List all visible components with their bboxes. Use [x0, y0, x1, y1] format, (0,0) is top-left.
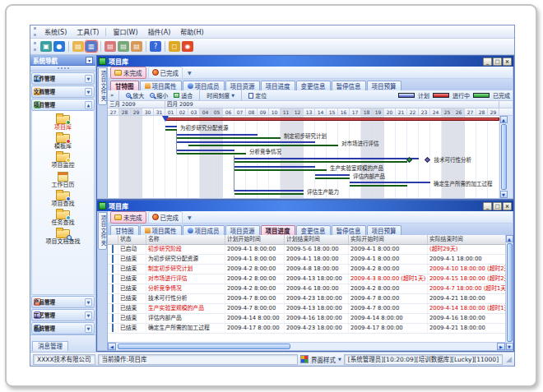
gantt-vertical-scrollbar[interactable]: ▲▼ [499, 116, 507, 198]
gantt-bar-actual[interactable] [188, 145, 338, 146]
gantt-bar-actual[interactable] [234, 161, 407, 163]
minimize-button[interactable]: _ [483, 202, 492, 210]
menu-item-5[interactable]: 帮助(H) [175, 26, 208, 37]
gantt-bar-actual[interactable] [165, 129, 177, 131]
chevron-down-icon[interactable]: ▼ [85, 88, 92, 96]
window-titlebar-table[interactable]: 项目库_□× [97, 201, 513, 211]
sidebar-collapse-strip[interactable] [30, 66, 95, 71]
table-row[interactable]: 已结束技术可行性分析2009-4-7 8:00:002009-4-23 18:0… [108, 294, 505, 304]
help-icon[interactable]: ? [150, 41, 161, 52]
menu-item-3[interactable]: 窗口(W) [108, 26, 142, 37]
tab-项目预算[interactable]: 项目预算 [367, 225, 401, 235]
gantt-bar-actual[interactable] [315, 178, 350, 179]
unfinished-button[interactable]: 未完成 [110, 67, 146, 79]
lock-icon[interactable]: ◻ [169, 41, 180, 52]
sidebar-item-工作日历[interactable]: 工作日历 [52, 169, 75, 188]
column-header-名称[interactable]: 名称 [146, 235, 225, 244]
menu-item-4[interactable]: 插件(A) [143, 26, 176, 37]
chevron-down-icon[interactable]: ▼ [85, 311, 92, 320]
zoom-in-button[interactable]: +放大 [124, 91, 146, 99]
column-header-实际开始时间[interactable]: 实际开始时间 [349, 235, 428, 244]
fit-button[interactable]: 适合 [172, 91, 194, 99]
resize-grip[interactable]: ◢ [506, 356, 512, 363]
scroll-up-icon[interactable]: ▲ [500, 116, 508, 123]
table-row[interactable]: 已结束评估内部产品2009-4-14 8:00:002009-4-16 18:0… [108, 314, 505, 324]
gantt-bar-plan[interactable] [234, 166, 315, 168]
sidebar-item-项目库[interactable]: 项目库 [54, 113, 72, 131]
timescale-button[interactable]: 时间刻度▼ [205, 91, 236, 99]
column-header-gutter[interactable] [108, 235, 118, 244]
tab-项目进度[interactable]: 项目进度 [261, 81, 295, 90]
chevron-down-icon[interactable]: ▼ [85, 325, 92, 333]
gantt-bar-plan[interactable] [177, 150, 234, 151]
gantt-bar-actual[interactable] [177, 137, 281, 139]
chevron-down-icon[interactable]: ▼ [85, 75, 92, 83]
globe-icon[interactable]: ● [53, 41, 65, 52]
tab-暂停信息[interactable]: 暂停信息 [332, 81, 366, 90]
sidebar-item-项目查找[interactable]: 项目查找 [52, 189, 75, 207]
sidebar-group-系统管理[interactable]: 系统管理▼ [31, 322, 95, 334]
close-button[interactable]: × [503, 202, 512, 210]
scroll-thumb[interactable] [501, 124, 507, 190]
tab-项目资源[interactable]: 项目资源 [225, 225, 260, 235]
scroll-thumb[interactable] [507, 243, 513, 342]
gantt-canvas[interactable]: 为初步研究分配资源制定初步研究计划对市场进行评估分析竞争情况技术可行性分析生产实… [108, 116, 499, 198]
sidebar-group-产品管理[interactable]: 产品管理▼ [31, 296, 95, 308]
tab-message-manage[interactable]: 消息管理 [32, 341, 68, 351]
ui-style-label[interactable]: 界面样式 [311, 355, 336, 364]
unfinished-button[interactable]: 未完成 [110, 211, 146, 224]
column-header-计划开始时间[interactable]: 计划开始时间 [225, 235, 285, 244]
tab-暂停信息[interactable]: 暂停信息 [332, 225, 366, 235]
table-row[interactable]: 已结束生产实验室规模的产品2009-4-7 8:00:002009-4-13 1… [108, 304, 505, 314]
tab-变更信息[interactable]: 变更信息 [296, 225, 331, 235]
tab-项目预算[interactable]: 项目预算 [367, 81, 401, 90]
sidebar-group-文档管理[interactable]: 文档管理▼ [31, 85, 95, 98]
chevron-up-icon[interactable]: ▲ [85, 101, 92, 109]
tab-项目成员[interactable]: 项目成员 [183, 81, 225, 90]
menu-item-1[interactable]: 系统(S) [39, 26, 72, 37]
table-row[interactable]: 已结束确定生产所需的加工过程2009-4-17 8:00:002009-4-23… [108, 324, 505, 334]
gantt-bar-actual[interactable] [234, 193, 304, 195]
tab-project-folder[interactable]: 项目文件夹 [98, 67, 107, 105]
scroll-down-icon[interactable]: ▼ [506, 343, 513, 350]
save-icon[interactable]: ▥ [86, 41, 97, 52]
report-doc-icon[interactable]: ▤ [131, 41, 142, 52]
report-chart-icon[interactable]: ▤ [118, 41, 129, 52]
maximize-button[interactable]: □ [493, 58, 502, 66]
tab-甘特图[interactable]: 甘特图 [110, 81, 139, 90]
exit-icon[interactable]: ◉ [182, 41, 193, 52]
gantt-more-icon[interactable]: » [110, 92, 114, 99]
finished-button[interactable]: 已完成 [148, 211, 183, 224]
gantt-bar-actual[interactable] [350, 185, 407, 187]
minimize-button[interactable]: _ [483, 58, 492, 66]
column-header-状态[interactable]: 状态 [118, 235, 146, 244]
table-row[interactable]: 已结束分析竞争情况2009-4-2 8:00:002009-4-6 18:00:… [108, 284, 505, 294]
gantt-bar-plan[interactable] [234, 158, 419, 159]
tab-项目资源[interactable]: 项目资源 [225, 81, 260, 90]
sidebar-group-工作管理[interactable]: 工作管理▼ [31, 72, 95, 85]
column-header-实际结束时间[interactable]: 实际结束时间 [428, 235, 505, 244]
tab-项目属性[interactable]: 项目属性 [140, 225, 182, 235]
toolbar-grip[interactable] [34, 42, 36, 51]
chevron-down-icon[interactable]: ▼ [85, 298, 92, 307]
scroll-up-icon[interactable]: ▲ [506, 235, 513, 242]
ui-style-icon[interactable] [300, 355, 309, 363]
gantt-bar-plan[interactable] [165, 126, 177, 127]
tab-项目属性[interactable]: 项目属性 [140, 81, 182, 90]
open-folder-icon[interactable]: ▤ [72, 41, 84, 52]
sidebar-group-工艺管理[interactable]: 工艺管理▼ [31, 309, 95, 321]
menu-grip[interactable] [34, 27, 36, 36]
finished-button[interactable]: 已完成 [148, 67, 183, 79]
window-titlebar-gantt[interactable]: 项目库_□× [97, 56, 513, 67]
tab-变更信息[interactable]: 变更信息 [296, 81, 331, 90]
close-button[interactable]: × [503, 58, 512, 66]
gantt-bar-plan[interactable] [177, 141, 315, 143]
tab-甘特图[interactable]: 甘特图 [110, 225, 139, 235]
maximize-button[interactable]: □ [493, 202, 502, 210]
toolbar-overflow-icon[interactable]: ▼ [188, 70, 192, 76]
table-vertical-scrollbar[interactable]: ▲▼ [505, 235, 513, 350]
scroll-down-icon[interactable]: ▼ [500, 191, 508, 198]
gantt-bar-actual[interactable] [234, 169, 327, 171]
pin-icon[interactable]: ▾ [86, 57, 93, 64]
ui-style-caret-icon[interactable]: ▼ [338, 357, 341, 362]
